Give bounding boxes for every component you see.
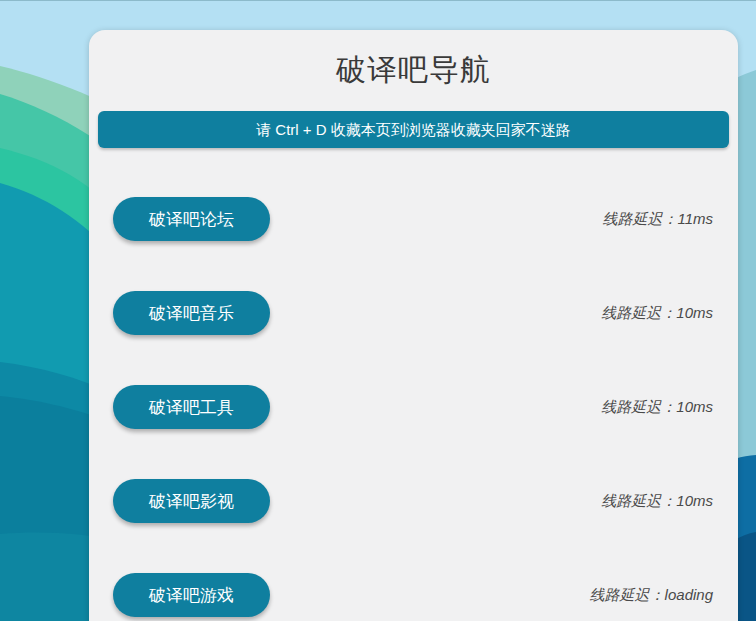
latency-value: 11ms: [677, 210, 713, 227]
nav-row-tools: 破译吧工具 线路延迟：10ms: [113, 385, 713, 429]
latency-value: 10ms: [676, 304, 713, 321]
nav-button-music[interactable]: 破译吧音乐: [113, 291, 270, 335]
nav-list: 破译吧论坛 线路延迟：11ms 破译吧音乐 线路延迟：10ms 破译吧工具 线路…: [89, 197, 738, 617]
nav-button-movies[interactable]: 破译吧影视: [113, 479, 270, 523]
nav-row-music: 破译吧音乐 线路延迟：10ms: [113, 291, 713, 335]
latency-value: loading: [665, 586, 713, 603]
latency-label: 线路延迟：: [601, 304, 676, 321]
latency-text-movies: 线路延迟：10ms: [601, 492, 713, 511]
nav-row-games: 破译吧游戏 线路延迟：loading: [113, 573, 713, 617]
nav-row-movies: 破译吧影视 线路延迟：10ms: [113, 479, 713, 523]
bookmark-banner: 请 Ctrl + D 收藏本页到浏览器收藏夹回家不迷路: [98, 111, 729, 148]
latency-text-music: 线路延迟：10ms: [601, 304, 713, 323]
page-title: 破译吧导航: [89, 30, 738, 88]
latency-value: 10ms: [676, 492, 713, 509]
main-card: 破译吧导航 请 Ctrl + D 收藏本页到浏览器收藏夹回家不迷路 破译吧论坛 …: [89, 30, 738, 621]
latency-value: 10ms: [676, 398, 713, 415]
nav-button-tools[interactable]: 破译吧工具: [113, 385, 270, 429]
nav-row-forum: 破译吧论坛 线路延迟：11ms: [113, 197, 713, 241]
nav-button-forum[interactable]: 破译吧论坛: [113, 197, 270, 241]
latency-text-games: 线路延迟：loading: [590, 586, 713, 605]
latency-label: 线路延迟：: [590, 586, 665, 603]
screen-top-edge: [0, 0, 756, 1]
latency-label: 线路延迟：: [602, 210, 677, 227]
latency-text-forum: 线路延迟：11ms: [602, 210, 713, 229]
latency-text-tools: 线路延迟：10ms: [601, 398, 713, 417]
latency-label: 线路延迟：: [601, 492, 676, 509]
latency-label: 线路延迟：: [601, 398, 676, 415]
nav-button-games[interactable]: 破译吧游戏: [113, 573, 270, 617]
